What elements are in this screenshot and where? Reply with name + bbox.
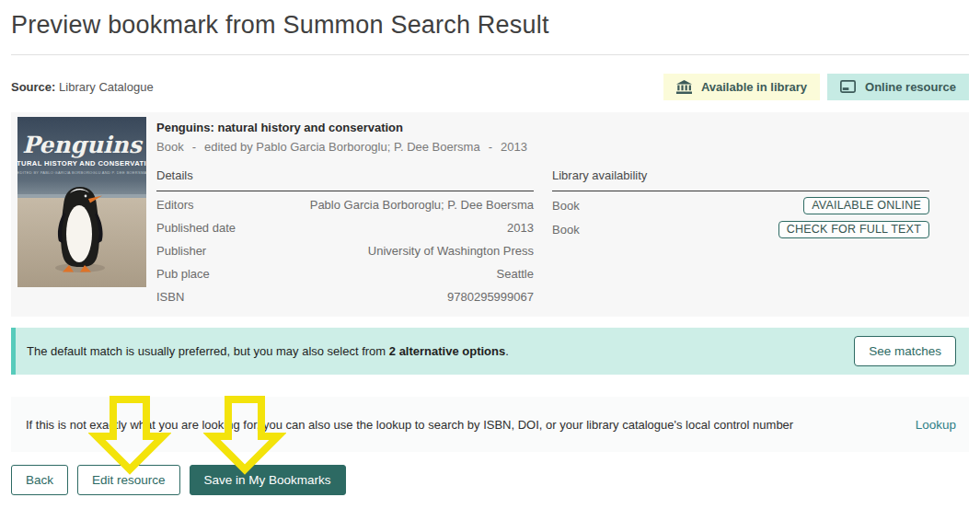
availability-row: Book AVAILABLE ONLINE [552,195,929,215]
availability-heading: Library availability [552,168,929,191]
book-type: Book [156,140,184,154]
edit-resource-button[interactable]: Edit resource [77,465,180,495]
meta-separator: - [489,140,492,154]
svg-text:Penguins: Penguins [22,132,144,158]
badge-label: Available in library [701,80,807,94]
source-value: Library Catalogue [59,80,154,94]
details-column: Details Editors Pablo Garcia Borboroglu;… [156,168,534,307]
library-building-icon [676,80,692,94]
available-online-chip[interactable]: AVAILABLE ONLINE [803,197,929,214]
meta-separator: - [192,140,196,154]
back-button[interactable]: Back [11,465,68,495]
library-availability-column: Library availability Book AVAILABLE ONLI… [552,168,929,307]
detail-row: ISBN 9780295999067 [156,287,534,307]
svg-text:NATURAL HISTORY AND CONSERVATI: NATURAL HISTORY AND CONSERVATION [17,159,146,168]
preview-bookmark-page: Preview bookmark from Summon Search Resu… [0,0,980,509]
badge-online-resource: Online resource [827,74,969,100]
badge-label: Online resource [865,80,956,94]
title-divider [11,54,969,55]
svg-text:EDITED BY PABLO GARCIA BORBORO: EDITED BY PABLO GARCIA BORBOROGLU AND P.… [17,170,146,175]
detail-row: Pub place Seattle [156,264,534,283]
details-heading: Details [156,168,534,191]
availability-badges: Available in library Online resource [663,74,969,100]
availability-row: Book CHECK FOR FULL TEXT [552,219,929,239]
alternative-options-count: 2 alternative options [389,344,505,358]
action-buttons-row: Back Edit resource Save in My Bookmarks [11,465,969,495]
bookmark-preview-card: Penguins NATURAL HISTORY AND CONSERVATIO… [11,112,969,317]
book-byline: edited by Pablo Garcia Borboroglu; P. De… [204,140,480,154]
book-year: 2013 [501,140,527,154]
detail-row: Editors Pablo Garcia Borboroglu; P. Dee … [156,195,534,214]
check-for-full-text-chip[interactable]: CHECK FOR FULL TEXT [778,221,929,238]
detail-row: Publisher University of Washington Press [156,241,534,260]
source-text: Source: Library Catalogue [11,80,154,94]
source-row: Source: Library Catalogue Available in l… [11,72,969,101]
lookup-link[interactable]: Lookup [916,418,956,432]
detail-row: Published date 2013 [156,218,534,237]
detail-columns: Details Editors Pablo Garcia Borboroglu;… [156,168,963,307]
page-title: Preview bookmark from Summon Search Resu… [11,0,969,40]
book-meta-line: Book - edited by Pablo Garcia Borboroglu… [156,140,963,154]
alternative-options-banner: The default match is usually preferred, … [11,328,969,375]
banner-text: The default match is usually preferred, … [27,344,509,358]
book-cover-image: Penguins NATURAL HISTORY AND CONSERVATIO… [17,117,146,287]
online-resource-icon [840,80,856,93]
lookup-help-text: If this is not exactly what you are look… [26,418,793,432]
badge-available-in-library: Available in library [663,74,820,100]
save-in-my-bookmarks-button[interactable]: Save in My Bookmarks [190,465,346,495]
source-label: Source: [11,80,55,94]
book-details-panel: Penguins: natural history and conservati… [156,117,963,303]
see-matches-button[interactable]: See matches [854,336,956,366]
lookup-section: If this is not exactly what you are look… [11,397,969,452]
book-title: Penguins: natural history and conservati… [156,121,963,134]
